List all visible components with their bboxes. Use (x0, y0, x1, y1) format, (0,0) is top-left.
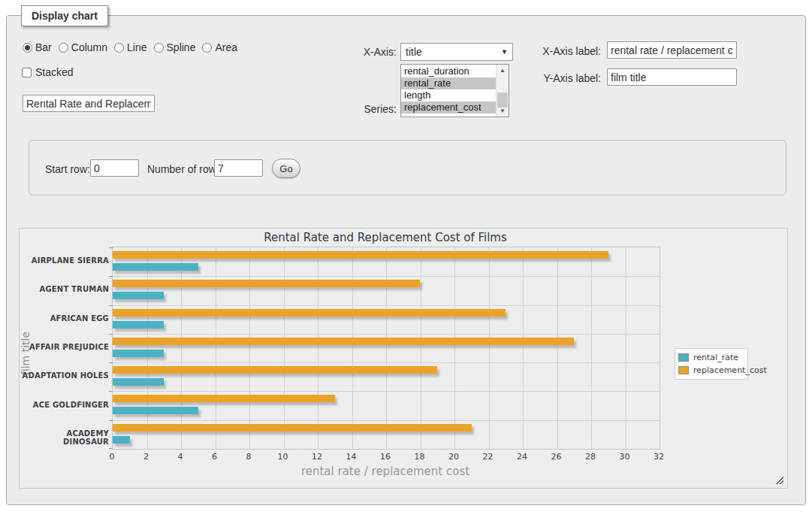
legend-label: replacement_cost (693, 365, 767, 375)
row-controls-panel (29, 140, 786, 195)
y-tick-mark (109, 420, 113, 421)
bar-rental-rate (113, 436, 130, 444)
x-tick-label: 18 (409, 452, 431, 462)
bar-replacement-cost (113, 424, 472, 432)
stacked-option[interactable]: Stacked (22, 66, 74, 78)
y-category-label: ACE GOLDFINGER (21, 401, 109, 409)
gridline (523, 247, 524, 449)
series-option-rental_duration[interactable]: rental_duration (401, 65, 496, 77)
gridline (318, 247, 318, 449)
x-tick-label: 28 (579, 452, 602, 462)
radio-icon[interactable] (23, 43, 32, 53)
scroll-up-icon[interactable]: ▲ (497, 65, 509, 76)
series-option-replacement_cost[interactable]: replacement_cost (401, 101, 496, 114)
gridline (591, 247, 592, 449)
x-axis-selected-value: title (406, 46, 422, 58)
chart-type-options: BarColumnLineSplineArea (23, 41, 244, 53)
radio-dot (25, 45, 30, 50)
y-category-label: AGENT TRUMAN (21, 285, 109, 293)
radio-icon[interactable] (59, 43, 68, 53)
bar-replacement-cost (113, 395, 335, 402)
number-of-rows-input[interactable] (214, 159, 263, 177)
bar-replacement-cost (113, 309, 506, 317)
radio-icon[interactable] (154, 43, 164, 53)
legend-swatch (678, 366, 689, 374)
legend-swatch (678, 353, 689, 362)
x-tick-label: 26 (545, 452, 568, 462)
chart-type-option-column[interactable]: Column (59, 41, 107, 53)
bar-replacement-cost (113, 251, 608, 259)
gridline (216, 247, 216, 449)
chart-type-option-line[interactable]: Line (114, 41, 146, 53)
bar-rental-rate (113, 321, 164, 329)
gridline (421, 247, 421, 449)
x-tick-label: 22 (477, 452, 500, 462)
x-tick-label: 10 (272, 452, 294, 462)
x-tick-label: 16 (374, 452, 397, 462)
gridline (113, 362, 660, 363)
y-axis-label-input[interactable] (607, 68, 737, 86)
stacked-label: Stacked (35, 66, 74, 78)
y-tick-mark (109, 448, 113, 449)
y-category-label: AIRPLANE SIERRA (21, 256, 109, 265)
chart-type-option-spline[interactable]: Spline (154, 41, 196, 53)
chart-type-option-label: Spline (167, 41, 196, 53)
y-category-label: AFFAIR PREJUDICE (21, 343, 109, 351)
y-category-label: AFRICAN EGG (21, 314, 109, 323)
x-tick-label: 12 (306, 452, 328, 462)
gridline (557, 247, 558, 449)
series-option-length[interactable]: length (401, 89, 496, 101)
go-button[interactable]: Go (272, 159, 300, 178)
radio-icon[interactable] (202, 43, 212, 53)
y-tick-mark (109, 276, 113, 277)
chart-type-option-area[interactable]: Area (202, 41, 237, 53)
bar-rental-rate (113, 407, 198, 414)
series-listbox[interactable]: rental_durationrental_ratelengthreplacem… (400, 64, 509, 117)
gridline (113, 334, 660, 335)
gridline (626, 247, 626, 449)
stacked-checkbox[interactable] (22, 68, 32, 77)
x-axis-select-label: X-Axis: (338, 46, 397, 58)
y-axis-label-field-label: Y-Axis label: (526, 72, 601, 84)
page: Display chart BarColumnLineSplineArea St… (0, 0, 812, 512)
x-tick-label: 4 (169, 452, 192, 462)
series-options: rental_durationrental_ratelengthreplacem… (401, 65, 496, 114)
bar-rental-rate (113, 263, 198, 271)
legend-entry-replacement_cost: replacement_cost (678, 364, 744, 377)
y-category-label: ADAPTATION HOLES (21, 371, 109, 380)
legend-label: rental_rate (693, 353, 738, 362)
bar-rental-rate (113, 350, 164, 357)
chart-title-input[interactable] (23, 95, 155, 112)
x-tick-label: 8 (237, 452, 260, 462)
bar-replacement-cost (113, 338, 574, 345)
gridline (147, 247, 148, 449)
series-option-rental_rate[interactable]: rental_rate (401, 77, 496, 89)
listbox-scrollbar[interactable]: ▲ ▼ (496, 65, 509, 117)
gridline (284, 247, 285, 449)
chart-type-option-label: Line (127, 41, 146, 53)
chart-title: Rental Rate and Replacement Cost of Film… (112, 231, 659, 244)
gridline (454, 247, 455, 449)
x-tick-label: 0 (101, 452, 123, 462)
number-of-rows-label: Number of rows: (147, 163, 225, 175)
x-tick-label: 14 (340, 452, 363, 462)
scrollbar-thumb[interactable] (497, 92, 508, 108)
chart-type-option-bar[interactable]: Bar (23, 41, 52, 53)
chart-type-option-label: Bar (35, 41, 52, 53)
radio-icon[interactable] (114, 43, 124, 53)
bar-rental-rate (113, 292, 164, 299)
gridline (113, 391, 660, 392)
x-axis-select[interactable]: title ▼ (400, 43, 513, 61)
chart-type-option-label: Column (71, 41, 107, 53)
y-tick-mark (109, 247, 113, 248)
gridline (386, 247, 387, 449)
resize-handle-icon[interactable] (775, 476, 783, 484)
y-tick-mark (109, 362, 113, 363)
legend-entry-rental_rate: rental_rate (678, 351, 744, 364)
dropdown-arrow-icon: ▼ (501, 48, 508, 56)
gridline (249, 247, 250, 449)
x-tick-label: 6 (204, 452, 226, 462)
x-axis-label-input[interactable] (607, 41, 737, 59)
y-tick-mark (109, 334, 113, 335)
start-row-input[interactable] (90, 159, 139, 177)
